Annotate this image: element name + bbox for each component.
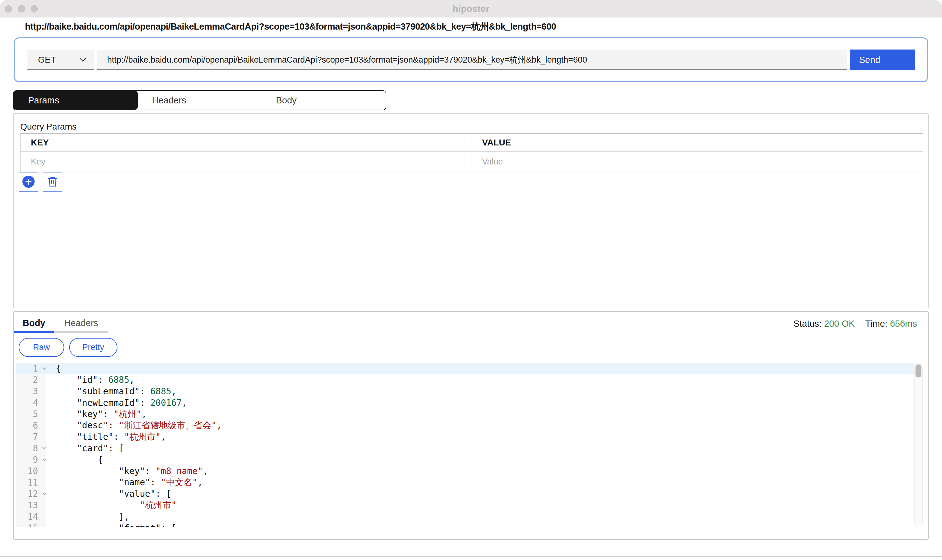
line-number: 11 bbox=[15, 477, 38, 488]
add-param-button[interactable] bbox=[19, 172, 38, 192]
inactive-tab-indicator bbox=[54, 331, 108, 333]
value-column-header: VALUE bbox=[472, 134, 923, 152]
param-key-input[interactable] bbox=[31, 157, 449, 167]
line-number: 12 bbox=[15, 489, 38, 499]
time-value: 656ms bbox=[890, 318, 917, 329]
code-line: 12 "value": [ bbox=[15, 488, 918, 500]
code-text: "format": [ bbox=[51, 523, 177, 527]
response-tab-body[interactable]: Body bbox=[14, 315, 54, 331]
code-line: 14 ], bbox=[15, 511, 918, 523]
code-line: 5 "key": "杭州", bbox=[15, 408, 918, 420]
chevron-down-icon bbox=[80, 55, 86, 62]
code-line: 8 "card": [ bbox=[15, 443, 918, 454]
request-url-heading: http://baike.baidu.com/api/openapi/Baike… bbox=[25, 20, 556, 33]
code-line: 15 "format": [ bbox=[15, 522, 918, 527]
code-text: "newLemmaId": 200167, bbox=[51, 398, 187, 408]
line-number: 7 bbox=[15, 432, 38, 442]
status-value: 200 OK bbox=[824, 318, 855, 329]
table-header-row: KEY VALUE bbox=[20, 134, 923, 152]
response-tab-underline bbox=[14, 331, 108, 333]
key-cell bbox=[20, 152, 472, 172]
line-number: 5 bbox=[15, 409, 38, 419]
response-status: Status: 200 OK Time: 656ms bbox=[793, 318, 917, 329]
code-line: 6 "desc": "浙江省辖地级市、省会", bbox=[15, 420, 918, 431]
delete-param-button[interactable] bbox=[43, 172, 62, 192]
code-text: "key": "m8_name", bbox=[51, 466, 208, 476]
code-text: ], bbox=[51, 512, 129, 522]
code-text: { bbox=[51, 455, 103, 465]
line-number: 13 bbox=[15, 500, 38, 511]
chevron-down-icon bbox=[42, 491, 46, 495]
code-line: 4 "newLemmaId": 200167, bbox=[15, 397, 918, 409]
request-tabs: Params Headers Body bbox=[13, 90, 386, 110]
response-view-buttons: Raw Pretty bbox=[19, 338, 117, 357]
param-row-actions bbox=[19, 172, 62, 192]
code-line: 9 { bbox=[15, 454, 918, 466]
scrollbar-thumb[interactable] bbox=[916, 365, 922, 377]
code-text: "value": [ bbox=[51, 489, 171, 499]
chevron-down-icon bbox=[42, 366, 46, 370]
line-number: 10 bbox=[15, 466, 38, 476]
code-text: "title": "杭州市", bbox=[51, 431, 166, 443]
code-line: 7 "title": "杭州市", bbox=[15, 431, 918, 443]
line-number: 6 bbox=[15, 420, 38, 431]
line-number: 2 bbox=[15, 375, 38, 385]
time-label: Time: bbox=[865, 318, 887, 329]
table-row bbox=[20, 152, 923, 172]
code-line: 11 "name": "中文名", bbox=[15, 477, 918, 488]
tab-params[interactable]: Params bbox=[14, 91, 138, 110]
code-text: "id": 6885, bbox=[51, 375, 135, 385]
app-window: hiposter http://baike.baidu.com/api/open… bbox=[0, 0, 942, 560]
editor-scrollbar[interactable] bbox=[914, 363, 923, 527]
query-params-title: Query Params bbox=[20, 122, 77, 132]
fold-toggle[interactable] bbox=[38, 459, 51, 460]
code-line: 13 "杭州市" bbox=[15, 500, 918, 511]
fold-toggle[interactable] bbox=[38, 448, 51, 449]
tab-body[interactable]: Body bbox=[262, 91, 386, 110]
method-select[interactable]: GET bbox=[28, 50, 94, 70]
line-number: 3 bbox=[15, 386, 38, 397]
line-number: 14 bbox=[15, 512, 38, 522]
active-tab-indicator bbox=[14, 331, 54, 333]
status-label: Status: bbox=[793, 318, 822, 329]
fold-toggle[interactable] bbox=[38, 368, 51, 369]
line-number: 1 bbox=[15, 363, 38, 374]
key-column-header: KEY bbox=[20, 134, 472, 152]
response-body-editor[interactable]: 1{2 "id": 6885,3 "subLemmaId": 6885,4 "n… bbox=[15, 363, 918, 527]
param-value-input[interactable] bbox=[482, 157, 901, 167]
window-title: hiposter bbox=[0, 0, 942, 17]
code-text: "subLemmaId": 6885, bbox=[51, 386, 177, 397]
code-text: "desc": "浙江省辖地级市、省会", bbox=[51, 420, 222, 431]
plus-circle-icon bbox=[22, 175, 35, 189]
code-text: "杭州市" bbox=[51, 499, 176, 511]
query-params-table: KEY VALUE bbox=[20, 133, 923, 172]
code-lines: 1{2 "id": 6885,3 "subLemmaId": 6885,4 "n… bbox=[15, 363, 918, 527]
code-line: 1{ bbox=[15, 363, 918, 374]
chevron-down-icon bbox=[42, 457, 46, 461]
pretty-button[interactable]: Pretty bbox=[69, 338, 117, 357]
tab-headers[interactable]: Headers bbox=[138, 91, 262, 110]
request-bar: GET Send bbox=[14, 37, 928, 82]
fold-toggle[interactable] bbox=[38, 493, 51, 495]
chevron-down-icon bbox=[42, 446, 46, 450]
line-number: 4 bbox=[15, 398, 38, 408]
response-tab-headers[interactable]: Headers bbox=[54, 315, 108, 331]
code-text: { bbox=[51, 363, 61, 374]
code-text: "card": [ bbox=[51, 443, 124, 454]
raw-button[interactable]: Raw bbox=[19, 338, 64, 357]
line-number: 8 bbox=[15, 443, 38, 454]
trash-icon bbox=[47, 176, 58, 188]
code-line: 2 "id": 6885, bbox=[15, 374, 918, 386]
code-text: "key": "杭州", bbox=[51, 408, 147, 420]
params-panel: Query Params KEY VALUE bbox=[13, 113, 929, 308]
window-bottom-edge bbox=[0, 556, 942, 557]
code-text: "name": "中文名", bbox=[51, 477, 203, 488]
code-line: 10 "key": "m8_name", bbox=[15, 465, 918, 477]
response-panel: Body Headers Status: 200 OK Time: 656ms … bbox=[13, 311, 929, 540]
url-input[interactable] bbox=[97, 50, 847, 70]
send-button[interactable]: Send bbox=[850, 49, 915, 70]
method-select-value: GET bbox=[38, 55, 56, 65]
titlebar: hiposter bbox=[0, 0, 942, 17]
line-number: 9 bbox=[15, 455, 38, 465]
code-line: 3 "subLemmaId": 6885, bbox=[15, 386, 918, 397]
